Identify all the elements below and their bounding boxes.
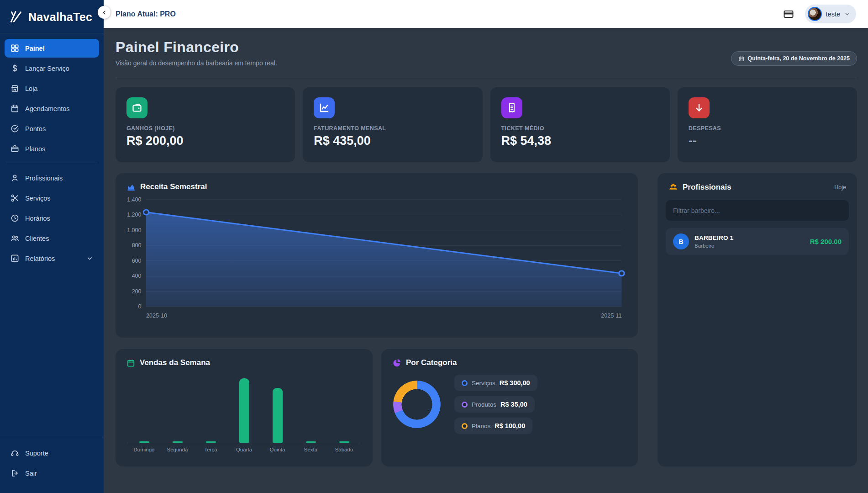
sidebar-collapse-button[interactable] [98, 6, 110, 19]
revenue-area-chart: 02004006008001.0001.2001.4002025-102025-… [116, 191, 638, 329]
sidebar-item-label: Serviços [25, 195, 51, 202]
professional-role: Barbeiro [694, 243, 733, 249]
stat-card-ganhos: GANHOS (HOJE) R$ 200,00 [116, 87, 295, 162]
user-menu[interactable]: teste [805, 5, 856, 23]
sidebar-item-label: Loja [25, 85, 37, 92]
stat-value: R$ 435,00 [314, 134, 471, 148]
legend-label: Planos [472, 423, 490, 429]
revenue-panel: Receita Semestral 02004006008001.0001.20… [116, 173, 638, 338]
bar-domingo [127, 441, 161, 443]
chevron-down-icon [86, 255, 93, 262]
arrow-down-icon [689, 97, 710, 118]
sidebar: NavalhaTec Painel Lançar Serviço Loja [0, 0, 104, 493]
briefcase-icon [11, 144, 19, 153]
sidebar-item-pontos[interactable]: Pontos [5, 119, 99, 138]
sidebar-item-painel[interactable]: Painel [5, 39, 99, 58]
sidebar-item-planos[interactable]: Planos [5, 139, 99, 158]
svg-text:600: 600 [132, 258, 142, 264]
legend-item-produtos: Produtos R$ 35,00 [454, 396, 535, 413]
sidebar-item-sair[interactable]: Sair [5, 464, 99, 482]
area-chart-icon [126, 182, 136, 191]
header-divider [116, 78, 857, 78]
person-icon [11, 174, 19, 182]
sidebar-item-agendamentos[interactable]: Agendamentos [5, 99, 99, 118]
avatar [808, 7, 822, 21]
professional-amount: R$ 200.00 [810, 238, 842, 245]
stat-card-faturamento: FATURAMENTO MENSAL R$ 435,00 [303, 87, 482, 162]
wallet-icon [126, 97, 147, 118]
sidebar-item-profissionais[interactable]: Profissionais [5, 169, 99, 187]
bar-axis-label: Quinta [261, 447, 294, 452]
sidebar-nav: Painel Lançar Serviço Loja Agendamentos [0, 39, 104, 269]
bar-axis-label: Terça [194, 447, 227, 452]
bar-quarta [227, 378, 261, 443]
billing-card-button[interactable] [783, 9, 794, 20]
weekly-sales-title: Vendas da Semana [140, 358, 210, 367]
sidebar-item-label: Agendamentos [25, 105, 70, 112]
sidebar-item-horarios[interactable]: Horários [5, 209, 99, 228]
store-icon [11, 84, 19, 93]
stat-card-ticket: TICKET MÉDIO R$ 54,38 [490, 87, 670, 162]
revenue-panel-title: Receita Semestral [140, 182, 207, 191]
pie-chart-icon [392, 358, 401, 367]
bar-quinta [261, 388, 294, 443]
category-panel: Por Categoria Serviços R$ 300,00 [381, 349, 638, 466]
revenue-panel-header: Receita Semestral [116, 173, 638, 191]
chart-line-icon [314, 97, 335, 118]
stat-label: GANHOS (HOJE) [126, 125, 284, 132]
svg-text:1.400: 1.400 [127, 196, 142, 203]
sidebar-item-relatorios[interactable]: Relatórios [5, 249, 99, 268]
svg-text:0: 0 [138, 303, 142, 310]
brand-logo-icon [7, 8, 25, 26]
topbar-actions: teste [783, 5, 856, 23]
headset-icon [11, 449, 19, 457]
barber-filter-input[interactable] [666, 200, 849, 221]
dollar-icon [11, 64, 19, 73]
stat-card-despesas: DESPESAS -- [678, 87, 857, 162]
professionals-period-badge: Hoje [834, 184, 846, 191]
current-plan-label: Plano Atual: PRO [116, 10, 176, 18]
sidebar-item-suporte[interactable]: Suporte [5, 444, 99, 462]
sidebar-item-label: Clientes [25, 235, 49, 242]
sidebar-item-lancar-servico[interactable]: Lançar Serviço [5, 59, 99, 78]
credit-card-icon [783, 9, 794, 20]
date-badge: Quinta-feira, 20 de Novembro de 2025 [731, 51, 857, 66]
professionals-panel-title: Profissionais [683, 183, 731, 192]
weekly-sales-header: Vendas da Semana [116, 349, 373, 367]
category-legend: Serviços R$ 300,00 Produtos R$ 35,00 Pla… [454, 375, 537, 434]
page-title: Painel Financeiro [116, 39, 277, 56]
professionals-panel-header: Profissionais Hoje [658, 173, 857, 192]
svg-text:2025-10: 2025-10 [146, 313, 167, 319]
legend-item-planos: Planos R$ 100,00 [454, 418, 532, 434]
stat-label: DESPESAS [689, 125, 846, 132]
calendar-icon [738, 56, 744, 62]
stat-value: R$ 54,38 [501, 134, 659, 148]
scissors-icon [11, 194, 19, 202]
sidebar-item-label: Sair [25, 470, 37, 477]
sidebar-item-loja[interactable]: Loja [5, 79, 99, 98]
bar-axis-label: Sábado [327, 447, 361, 452]
svg-text:200: 200 [132, 288, 142, 295]
clock-icon [11, 214, 19, 223]
sidebar-item-servicos[interactable]: Serviços [5, 189, 99, 207]
bar-terça [194, 441, 227, 443]
legend-value: R$ 300,00 [500, 379, 530, 387]
stat-label: FATURAMENTO MENSAL [314, 125, 471, 132]
svg-text:400: 400 [132, 273, 142, 279]
weekly-bar-chart: DomingoSegundaTerçaQuartaQuintaSextaSába… [116, 367, 373, 452]
professional-list-item[interactable]: B BARBEIRO 1 Barbeiro R$ 200.00 [666, 228, 849, 255]
stat-value: R$ 200,00 [126, 134, 284, 148]
stat-label: TICKET MÉDIO [501, 125, 659, 132]
calendar-icon [126, 359, 135, 367]
bar-chart-icon [11, 254, 19, 263]
sidebar-item-label: Profissionais [25, 175, 63, 182]
receipt-icon [501, 97, 522, 118]
sidebar-item-clientes[interactable]: Clientes [5, 229, 99, 248]
category-panel-title: Por Categoria [406, 358, 457, 367]
legend-label: Serviços [472, 380, 495, 387]
category-panel-header: Por Categoria [381, 349, 638, 367]
people-icon [11, 234, 19, 243]
dashboard-content: Painel Financeiro Visão geral do desempe… [104, 28, 868, 493]
sidebar-item-label: Suporte [25, 450, 48, 457]
sidebar-item-label: Pontos [25, 125, 46, 133]
